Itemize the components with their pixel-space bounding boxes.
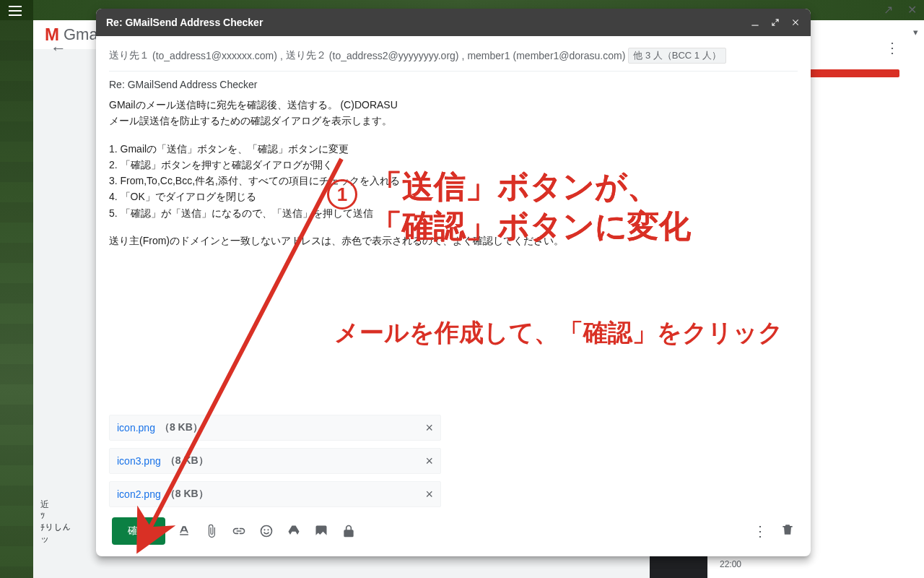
close-icon[interactable]: ✕ xyxy=(907,3,917,17)
confidential-icon[interactable] xyxy=(341,524,356,538)
compose-footer: 確認 ⋮ xyxy=(109,517,798,546)
compose-title: Re: GMailSend Address Checker xyxy=(106,17,263,28)
restore-icon[interactable] xyxy=(770,17,780,27)
attach-icon[interactable] xyxy=(204,524,219,538)
attachment-row[interactable]: icon2.png （8 KB） × xyxy=(109,481,441,507)
confirm-button[interactable]: 確認 xyxy=(112,517,165,545)
recipients-row[interactable]: 送り先１ (to_address1@xxxxxx.com), 送り先２ (to_… xyxy=(109,43,798,72)
recipient-3-email: (member1@dorasu.com) xyxy=(513,50,626,61)
svg-point-1 xyxy=(261,526,272,537)
recipient-1-email: (to_address1@xxxxxx.com) xyxy=(152,50,277,61)
recipient-3-label: member1 xyxy=(467,50,510,61)
compose-toolbar xyxy=(177,524,356,538)
kebab-icon[interactable]: ⋮ xyxy=(885,39,899,56)
body-line: 1. Gmailの「送信」ボタンを、「確認」ボタンに変更 xyxy=(109,142,798,156)
attachment-name: icon3.png xyxy=(117,455,161,467)
annotation-headline: 「送信」ボタンが、 「確認」ボタンに変化 xyxy=(370,166,691,246)
remove-attachment-icon[interactable]: × xyxy=(425,488,433,501)
emoji-icon[interactable] xyxy=(259,524,274,538)
attachment-size: （8 KB） xyxy=(160,421,203,434)
annotation-subline: メールを作成して、「確認」をクリック xyxy=(334,316,783,350)
attachment-name: icon2.png xyxy=(117,488,161,500)
open-new-icon[interactable]: ↗ xyxy=(884,3,893,17)
remove-attachment-icon[interactable]: × xyxy=(425,454,433,467)
attachments-list: icon.png （8 KB） × icon3.png （8 KB） × ico… xyxy=(109,415,798,507)
attachment-row[interactable]: icon.png （8 KB） × xyxy=(109,415,441,441)
time-label: 22:00 xyxy=(720,559,741,569)
svg-point-3 xyxy=(267,529,269,530)
recipients-more[interactable]: 他 3 人（BCC 1 人） xyxy=(628,48,725,64)
image-icon[interactable] xyxy=(314,524,328,538)
attachment-row[interactable]: icon3.png （8 KB） × xyxy=(109,448,441,474)
trash-icon[interactable] xyxy=(780,522,795,540)
format-icon[interactable] xyxy=(177,524,191,538)
body-line: GMailのメール送信時に宛先を確認後、送信する。 (C)DORASU xyxy=(109,98,798,112)
link-icon[interactable] xyxy=(232,524,246,538)
more-icon[interactable]: ⋮ xyxy=(753,522,767,540)
top-right-window-icons: ↗ ✕ xyxy=(884,3,917,17)
recipient-2-label: 送り先２ xyxy=(286,49,326,62)
menu-icon[interactable] xyxy=(9,6,22,16)
attachment-size: （8 KB） xyxy=(165,454,209,467)
attachment-name: icon.png xyxy=(117,422,155,434)
recipient-1-label: 送り先１ xyxy=(109,49,149,62)
svg-rect-0 xyxy=(751,25,758,26)
minimize-icon[interactable] xyxy=(750,17,760,27)
svg-point-2 xyxy=(263,529,265,530)
annotation-circle-1: 1 xyxy=(327,179,357,210)
close-icon[interactable] xyxy=(790,17,801,27)
drive-icon[interactable] xyxy=(287,524,301,538)
attachment-size: （8 KB） xyxy=(165,488,209,501)
subject-line[interactable]: Re: GMailSend Address Checker xyxy=(109,72,798,98)
compose-header[interactable]: Re: GMailSend Address Checker xyxy=(96,9,811,36)
recipient-2-email: (to_address2@yyyyyyyy.org) xyxy=(329,50,459,61)
gmail-left-rail xyxy=(0,0,33,578)
body-line: メール誤送信を防止するための確認ダイアログを表示します。 xyxy=(109,113,798,128)
remove-attachment-icon[interactable]: × xyxy=(425,421,433,434)
back-arrow-icon[interactable]: ← xyxy=(51,39,66,58)
compose-window: Re: GMailSend Address Checker 送り先１ (to_a… xyxy=(96,9,811,556)
